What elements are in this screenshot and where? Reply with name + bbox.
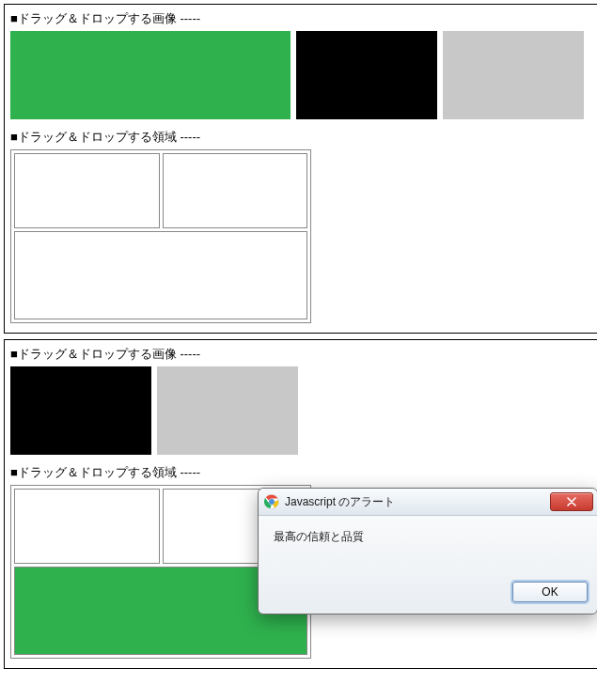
page-root: ■ドラッグ＆ドロップする画像 ----- ■ドラッグ＆ドロップする領域 ----… [4,4,597,669]
swatch-grey[interactable] [157,366,298,455]
images-section-title: ■ドラッグ＆ドロップする画像 ----- [10,346,594,363]
alert-titlebar[interactable]: Javascript のアラート [259,489,597,516]
drop-area-grid [10,149,311,323]
alert-title: Javascript のアラート [285,494,395,510]
swatch-grey[interactable] [443,31,584,119]
swatch-black[interactable] [296,31,437,119]
ok-button[interactable]: OK [512,582,588,602]
drop-cell-top-left[interactable] [14,153,160,228]
alert-dialog: Javascript のアラート 最高の信頼と品質 OK [258,488,597,614]
draggable-swatch-row [10,31,594,119]
drop-cell-bottom[interactable] [14,231,307,319]
close-icon [567,497,576,506]
drop-cell-top-left[interactable] [14,489,160,564]
swatch-black[interactable] [10,366,151,455]
swatch-green[interactable] [10,31,291,119]
draggable-swatch-row [10,366,594,455]
panel-before: ■ドラッグ＆ドロップする画像 ----- ■ドラッグ＆ドロップする領域 ----… [4,4,597,334]
alert-message: 最高の信頼と品質 [259,516,597,578]
chrome-icon [264,494,279,509]
areas-section-title: ■ドラッグ＆ドロップする領域 ----- [10,464,594,481]
close-button[interactable] [550,492,593,511]
areas-section-title: ■ドラッグ＆ドロップする領域 ----- [10,129,594,146]
images-section-title: ■ドラッグ＆ドロップする画像 ----- [10,10,594,27]
drop-cell-top-right[interactable] [163,153,308,228]
